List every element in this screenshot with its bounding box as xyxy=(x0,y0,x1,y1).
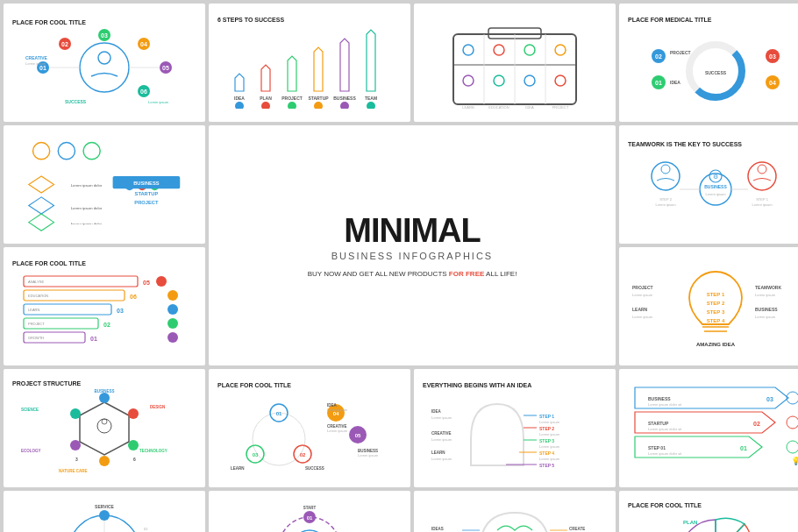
svg-text:LEARN: LEARN xyxy=(231,466,245,471)
svg-text:6: 6 xyxy=(133,457,136,462)
svg-text:STEP 5: STEP 5 xyxy=(539,463,554,468)
svg-text:05: 05 xyxy=(143,280,150,286)
svg-text:05: 05 xyxy=(355,433,361,438)
svg-text:TECHNOLOGY: TECHNOLOGY xyxy=(139,449,167,453)
svg-text:STARTUP: STARTUP xyxy=(648,421,669,426)
cell-briefcase: LEARN EDUCATION IDEA PROJECT xyxy=(414,4,616,122)
svg-point-138 xyxy=(99,393,110,403)
cell-circles: PLACE FOR COOL TITLE 01 02 03 04 05 IDEA… xyxy=(209,369,410,487)
svg-text:Lorem ipsum: Lorem ipsum xyxy=(632,293,653,297)
svg-text:SERVICE: SERVICE xyxy=(95,504,115,509)
svg-text:CREATIVE: CREATIVE xyxy=(25,55,48,60)
startup-infographic: BUSINESS STARTUP PROJECT Lorem ipsum dol… xyxy=(17,134,192,235)
svg-text:CREATIVE: CREATIVE xyxy=(431,431,451,436)
cell4-title: PLACE FOR MEDICAL TITLE xyxy=(628,17,712,23)
svg-point-208 xyxy=(99,510,110,521)
svg-text:IDEA: IDEA xyxy=(670,80,680,85)
svg-text:Lorem ipsum: Lorem ipsum xyxy=(705,192,726,196)
svg-text:PROJECT: PROJECT xyxy=(134,200,159,205)
svg-marker-80 xyxy=(29,197,54,214)
cell-circular-steps: PLACE FOR COOL TITLE 01 02 03 04 05 06 xyxy=(4,4,205,122)
svg-marker-20 xyxy=(235,74,244,91)
cta-text: BUY NOW AND GET ALL NEW PRODUCTS xyxy=(308,270,447,278)
svg-text:Lorem ipsum: Lorem ipsum xyxy=(431,415,452,420)
svg-text:02: 02 xyxy=(103,322,110,328)
cell-cool4: PLACE FOR COOL TITLE 2018 03 STARTUP BUS… xyxy=(619,491,798,532)
svg-point-49 xyxy=(494,75,504,86)
svg-point-152 xyxy=(253,413,305,465)
svg-point-85 xyxy=(652,162,680,190)
svg-text:⚙: ⚙ xyxy=(713,174,718,180)
svg-point-50 xyxy=(524,75,535,86)
svg-point-114 xyxy=(167,332,178,343)
svg-point-143 xyxy=(70,408,81,419)
svg-text:Lorem ipsum: Lorem ipsum xyxy=(539,444,560,449)
svg-text:3: 3 xyxy=(75,457,78,462)
svg-text:03: 03 xyxy=(101,32,108,39)
svg-text:03: 03 xyxy=(766,396,773,402)
svg-point-139 xyxy=(128,408,139,419)
svg-text:02: 02 xyxy=(753,421,760,427)
svg-text:Lorem ipsum: Lorem ipsum xyxy=(539,457,560,461)
svg-point-69 xyxy=(33,143,50,160)
svg-text:PROJECT: PROJECT xyxy=(552,105,569,110)
cell-bar-steps: 6 STEPS TO SUCCESS IDEA PLAN PROJECT STA… xyxy=(209,4,410,122)
svg-text:Lorem ipsum: Lorem ipsum xyxy=(327,408,348,412)
cell-bottom1: SERVICE INTERNET TECH 01 02 xyxy=(4,491,205,532)
cell-lightbulb: STEP 1 STEP 2 STEP 3 STEP 4 PROJECT Lore… xyxy=(619,247,798,365)
svg-text:STEP 2: STEP 2 xyxy=(539,426,554,431)
svg-text:ANALYSE: ANALYSE xyxy=(28,280,44,284)
svg-text:03: 03 xyxy=(253,452,259,458)
svg-text:03: 03 xyxy=(769,53,776,60)
svg-text:01: 01 xyxy=(39,65,46,71)
svg-point-36 xyxy=(340,102,349,109)
svg-text:IDEA: IDEA xyxy=(234,96,245,101)
svg-point-88 xyxy=(758,165,766,174)
svg-text:04: 04 xyxy=(769,80,776,86)
svg-text:BUSINESS: BUSINESS xyxy=(333,96,356,101)
hexagon-infographic: BUSINESS DESIGN TECHNOLOGY NATURE CARE E… xyxy=(17,389,192,477)
svg-text:PROJECT: PROJECT xyxy=(28,322,45,326)
bar-infographic: IDEA PLAN PROJECT STARTUP BUSINESS TEAM xyxy=(222,25,397,109)
main-cta: BUY NOW AND GET ALL NEW PRODUCTS FOR FRE… xyxy=(308,270,517,278)
svg-text:SUCCESS: SUCCESS xyxy=(65,99,87,104)
svg-point-141 xyxy=(99,456,110,466)
svg-point-140 xyxy=(128,440,139,450)
svg-text:STEP 1: STEP 1 xyxy=(539,414,554,419)
svg-point-71 xyxy=(83,143,100,160)
svg-text:GROWTH: GROWTH xyxy=(28,336,44,340)
main-subtitle: BUSINESS INFOGRAPHICS xyxy=(331,251,493,261)
svg-text:BUSINESS: BUSINESS xyxy=(755,307,778,312)
svg-point-47 xyxy=(555,45,566,55)
svg-text:DESIGN: DESIGN xyxy=(150,405,165,409)
svg-text:BUSINESS: BUSINESS xyxy=(704,184,727,189)
bottom1-infographic: SERVICE INTERNET TECH 01 02 xyxy=(17,500,192,532)
svg-text:SUCCESS: SUCCESS xyxy=(305,466,324,471)
svg-point-136 xyxy=(97,419,111,433)
svg-text:Lorem ipsum dolor sit: Lorem ipsum dolor sit xyxy=(648,402,682,407)
svg-text:AMAZING IDEA: AMAZING IDEA xyxy=(696,342,736,347)
svg-text:NATURE CARE: NATURE CARE xyxy=(59,469,87,473)
svg-text:SCIENCE: SCIENCE xyxy=(21,408,39,412)
svg-text:PROJECT: PROJECT xyxy=(670,50,691,55)
svg-text:PLAN: PLAN xyxy=(260,96,272,101)
svg-text:STARTUP: STARTUP xyxy=(308,96,329,101)
svg-text:STEP 3: STEP 3 xyxy=(707,309,725,315)
svg-text:01: 01 xyxy=(307,515,313,521)
cell-bottom2: 01 02 03 START PROCESS FINISH IDEA Lorem… xyxy=(209,491,410,532)
svg-point-1 xyxy=(98,52,110,64)
svg-text:Lorem ipsum: Lorem ipsum xyxy=(431,457,452,461)
svg-point-33 xyxy=(261,102,270,109)
svg-text:TEAM: TEAM xyxy=(365,96,377,101)
cell-main-center: MINIMAL BUSINESS INFOGRAPHICS BUY NOW AN… xyxy=(209,125,616,365)
svg-text:STEP 3: STEP 3 xyxy=(539,438,554,443)
svg-text:02: 02 xyxy=(300,452,306,458)
circular-infographic: 01 02 03 04 05 06 CREATIVE Lorem ipsum S… xyxy=(17,28,192,107)
svg-text:06: 06 xyxy=(140,89,147,95)
svg-text:LEARN: LEARN xyxy=(431,450,445,455)
svg-text:TEAMWORK: TEAMWORK xyxy=(755,285,781,290)
svg-marker-21 xyxy=(261,65,270,91)
project-title: PROJECT STRUCTURE xyxy=(12,380,81,387)
svg-text:Lorem ipsum: Lorem ipsum xyxy=(655,202,676,207)
cell-arrow-steps: 03 02 01 BUSINESS Lorem ipsum dolor sit … xyxy=(619,369,798,487)
